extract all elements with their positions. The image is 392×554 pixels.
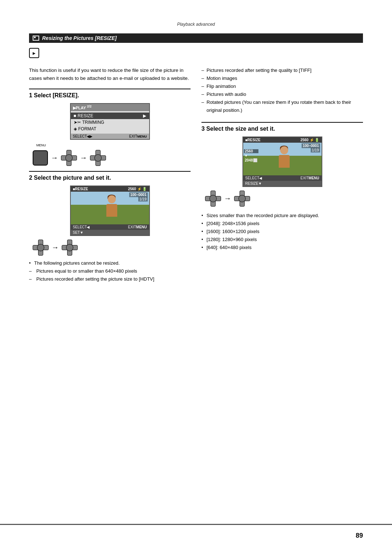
right-col-intro: Pictures recorded after setting the qual…: [201, 66, 363, 115]
bullet-640: Pictures equal to or smaller than 640×48…: [29, 267, 191, 275]
exit-label-step1: EXITMENU: [129, 134, 147, 138]
size-arrow-down: ▼: [244, 154, 258, 158]
right-dash-rotated: Rotated pictures (You can resize them if…: [201, 98, 363, 114]
cross-button-step2: [33, 240, 49, 256]
exit-step3: EXITMENU: [301, 176, 319, 180]
arrow-right-2: →: [80, 154, 87, 162]
arrow-right-step2: →: [52, 243, 59, 252]
person-body-step3: [279, 155, 290, 168]
size-2560: 2560: [244, 149, 258, 153]
page-header: Playback advanced: [29, 22, 363, 27]
cross-button-step3a: [205, 191, 221, 207]
select-step3: SELECT◀: [245, 176, 262, 180]
resize-row-arrow: ▶: [143, 113, 146, 118]
lcd-screen-step3: ■RESIZE 2560 ⚡ 🔋 100–0001 1/19: [242, 137, 322, 187]
menu-nav-label: MENU: [29, 143, 191, 147]
menu-row-resize: ■ RESIZE ▶: [71, 113, 149, 119]
photo-person: [103, 195, 121, 219]
arrow-right-step3: →: [224, 194, 231, 203]
step3-bullets: Sizes smaller than the recorded picture …: [201, 212, 363, 252]
size-2048: 2048⬜: [244, 158, 258, 162]
section-title-text: Resizing the Pictures [RESIZE]: [42, 35, 117, 41]
menu-row-format: ◈ FORMAT: [71, 126, 149, 132]
lcd-photo-step3: 100–0001 1/19 2560 ▼ 2048⬜: [243, 143, 322, 175]
nav-arrows-step2: →: [33, 240, 191, 256]
resize-title-icon: [33, 36, 39, 41]
cross-button-1: [61, 150, 77, 166]
page-number: 89: [356, 532, 363, 539]
counter-step3: 1/19: [311, 148, 320, 152]
cross-button-step3b: [234, 191, 250, 207]
resize-info-top: 2560 ⚡ 🔋: [128, 187, 147, 191]
trim-row-icon: ➤✂: [74, 120, 81, 125]
lcd-resize-topbar-step2: ■RESIZE 2560 ⚡ 🔋: [71, 186, 149, 192]
step2-heading: 2 Select the picture and set it.: [29, 171, 191, 181]
trim-row-label: TRIMMING: [82, 120, 105, 125]
play-label: ▶PLAY 2/2: [73, 105, 92, 110]
step2-bullets: The following pictures cannot be resized…: [29, 259, 191, 283]
bullet-1600: [1600]: 1600×1200 pixels: [201, 228, 363, 236]
step1-heading: 1 Select [RESIZE].: [29, 89, 191, 99]
bullet-2048: [2048]: 2048×1536 pixels: [201, 220, 363, 228]
nav-arrows-step1: → →: [33, 150, 191, 166]
intro-text: This function is useful if you want to r…: [29, 66, 191, 82]
cross-button-2: [90, 150, 106, 166]
lcd-screen-step2: ■RESIZE 2560 ⚡ 🔋 100–0001 1/19 S: [70, 186, 150, 236]
bullet-640: [640]: 640×480 pixels: [201, 244, 363, 252]
person-head: [108, 195, 116, 203]
right-dash-motion: Motion images: [201, 74, 363, 82]
right-dash-audio: Pictures with audio: [201, 90, 363, 98]
right-column: Pictures recorded after setting the qual…: [201, 66, 363, 283]
size-selector: 2560 ▼ 2048⬜: [244, 149, 258, 162]
page-header-text: Playback advanced: [177, 22, 215, 27]
resize-step3: RESIZE▼: [245, 182, 262, 186]
lcd-bottom1-step3: SELECT◀ EXITMENU: [243, 175, 322, 181]
bullet-cannot-resize: The following pictures cannot be resized…: [29, 259, 191, 267]
nav-arrows-step3: →: [205, 191, 363, 207]
lcd-screen-step1: ▶PLAY 2/2 ■ RESIZE ▶ ➤✂ TRIMMING ◈ FORMA…: [70, 103, 150, 140]
resize-row-icon: ■: [74, 113, 76, 118]
select-label-step1: SELECT◀▶: [73, 134, 93, 138]
lcd-bottom-bar-step1: SELECT◀▶ EXITMENU: [71, 134, 149, 139]
record-icon: [29, 48, 39, 58]
page-content: Playback advanced Resizing the Pictures …: [0, 0, 392, 312]
lcd-top-bar-step1: ▶PLAY 2/2: [71, 104, 149, 111]
two-col-layout: This function is useful if you want to r…: [29, 66, 363, 283]
resize-row-label: RESIZE: [78, 113, 93, 118]
resize-info-top3: 2560 ⚡ 🔋: [301, 138, 319, 142]
lcd-resize-topbar-step3: ■RESIZE 2560 ⚡ 🔋: [243, 137, 322, 143]
counter-step2: 1/19: [138, 197, 147, 201]
bullet-hdtv: Pictures recorded after setting the pict…: [29, 275, 191, 283]
menu-row-trimming: ➤✂ TRIMMING: [71, 119, 149, 126]
resize-label-top3: ■RESIZE: [245, 138, 261, 142]
person-head-step3: [280, 146, 288, 154]
bottom-rule: [0, 524, 392, 525]
cross-button-step2b: [62, 240, 78, 256]
exit-step2: EXITMENU: [128, 225, 147, 229]
lcd-photo-step2: 100–0001 1/19: [71, 192, 149, 224]
right-dash-tiff: Pictures recorded after setting the qual…: [201, 66, 363, 74]
format-row-icon: ◈: [74, 126, 77, 131]
resize-label-top: ■RESIZE: [73, 187, 88, 191]
lcd-menu-rows: ■ RESIZE ▶ ➤✂ TRIMMING ◈ FORMAT: [71, 111, 149, 134]
set-step2: SET▼: [73, 231, 83, 235]
photo-person-step3: [275, 146, 293, 170]
left-column: This function is useful if you want to r…: [29, 66, 191, 283]
arrow-right-1: →: [51, 154, 58, 162]
format-row-label: FORMAT: [78, 126, 97, 131]
bullet-1280: [1280]: 1280×960 pixels: [201, 236, 363, 244]
menu-button: [33, 150, 48, 166]
select-step2: SELECT◀: [73, 225, 90, 229]
step3-heading: 3 Select the size and set it.: [201, 122, 363, 132]
section-title-bar: Resizing the Pictures [RESIZE]: [29, 33, 363, 43]
right-dash-flip: Flip animation: [201, 82, 363, 90]
lcd-bottom2-step3: RESIZE▼: [243, 181, 322, 186]
lcd-bottom1-step2: SELECT◀ EXITMENU: [71, 224, 149, 230]
lcd-bottom2-step2: SET▼: [71, 230, 149, 235]
person-body: [106, 204, 117, 217]
bullet-sizes-displayed: Sizes smaller than the recorded picture …: [201, 212, 363, 220]
